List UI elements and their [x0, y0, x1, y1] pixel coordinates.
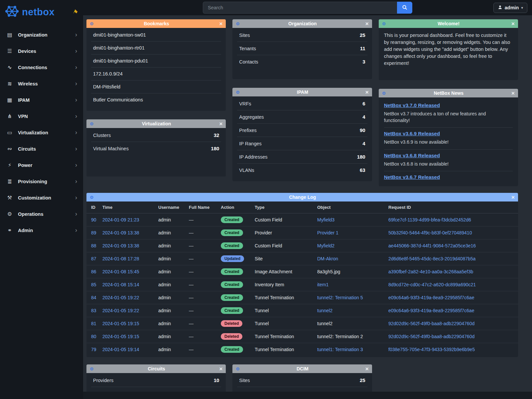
- news-release-link[interactable]: NetBox v3.6.7 Released: [384, 174, 440, 180]
- request-id-link[interactable]: 8d9cd72e-cd0c-47c2-a620-dc899a690c21: [388, 282, 476, 287]
- request-id-link[interactable]: 92d02d9c-562f-49f0-baa8-adb22904760d: [388, 334, 474, 339]
- changelog-id-link[interactable]: 90: [91, 217, 96, 222]
- stat-count-link[interactable]: 32: [214, 132, 219, 138]
- changelog-time-link[interactable]: 2024-01-09 13:38: [102, 243, 139, 248]
- widget-close-icon[interactable]: ×: [511, 90, 515, 96]
- sidebar-item-vpn[interactable]: ⋔VPN›: [0, 108, 83, 124]
- stat-count-link[interactable]: 11: [360, 46, 365, 51]
- search-input[interactable]: [203, 2, 397, 14]
- object-link[interactable]: item1: [317, 282, 329, 287]
- bookmark-item[interactable]: dmi01-binghamton-pdu01: [91, 55, 221, 67]
- sidebar-item-admin[interactable]: ⚭Admin›: [0, 222, 83, 238]
- stat-count-link[interactable]: 63: [360, 167, 365, 173]
- request-id-link[interactable]: f038e755-705e-47f3-9433-5392b9e6b9e5: [388, 347, 475, 352]
- widget-close-icon[interactable]: ×: [365, 366, 369, 372]
- bookmark-item[interactable]: dmi01-binghamton-sw01: [91, 29, 221, 42]
- user-menu-button[interactable]: admin ▾: [493, 3, 527, 13]
- request-id-link[interactable]: ae445066-387d-44f1-9084-572a05ce3e16: [388, 243, 476, 248]
- news-release-link[interactable]: NetBox v3.6.9 Released: [384, 131, 440, 136]
- request-id-link[interactable]: 92d02d9c-562f-49f0-baa8-adb22904760d: [388, 321, 474, 326]
- changelog-time-link[interactable]: 2024-01-05 19:22: [102, 295, 139, 300]
- changelog-id-link[interactable]: 89: [91, 230, 96, 235]
- changelog-id-link[interactable]: 84: [91, 295, 96, 300]
- changelog-time-link[interactable]: 2024-01-05 19:15: [102, 334, 139, 339]
- stat-count-link[interactable]: 25: [360, 32, 365, 38]
- object-link[interactable]: Myfield2: [317, 243, 334, 248]
- object-link[interactable]: Provider 1: [317, 230, 338, 235]
- object-link[interactable]: tunnel2: [317, 308, 332, 313]
- sidebar-item-connections[interactable]: ∿Connections›: [0, 59, 83, 75]
- widget-config-icon[interactable]: ⚙: [236, 22, 240, 26]
- changelog-time-link[interactable]: 2024-01-08 15:45: [102, 269, 139, 274]
- request-id-link[interactable]: 2d6d6e8f-5465-45dc-8ec3-2019d4087b5a: [388, 256, 475, 261]
- stat-count-link[interactable]: 180: [357, 154, 365, 160]
- changelog-id-link[interactable]: 83: [91, 308, 96, 313]
- widget-close-icon[interactable]: ×: [219, 121, 222, 127]
- request-id-link[interactable]: e09c64a6-93f3-419a-8ea9-229585f7c6ae: [388, 295, 474, 300]
- widget-close-icon[interactable]: ×: [365, 89, 369, 95]
- stat-count-link[interactable]: 25: [360, 377, 365, 383]
- stat-count-link[interactable]: 10: [214, 377, 219, 383]
- stat-count-link[interactable]: 180: [211, 146, 219, 151]
- widget-close-icon[interactable]: ×: [219, 21, 222, 27]
- sidebar-item-organization[interactable]: ▤Organization›: [0, 27, 83, 43]
- bookmark-item[interactable]: dmi01-binghamton-rtr01: [91, 42, 221, 55]
- widget-config-icon[interactable]: ⚙: [236, 367, 240, 371]
- object-link[interactable]: tunnel2: Termination 5: [317, 295, 363, 300]
- brand-name[interactable]: netbox: [22, 7, 55, 18]
- news-release-link[interactable]: NetBox v3.6.8 Released: [384, 153, 440, 158]
- widget-close-icon[interactable]: ×: [511, 21, 515, 27]
- changelog-id-link[interactable]: 87: [91, 256, 96, 261]
- widget-config-icon[interactable]: ⚙: [236, 90, 240, 94]
- sidebar-item-operations[interactable]: ⚙Operations›: [0, 206, 83, 222]
- request-id-link[interactable]: e09c64a6-93f3-419a-8ea9-229585f7c6ae: [388, 308, 474, 313]
- widget-close-icon[interactable]: ×: [219, 366, 222, 372]
- object-link[interactable]: tunnel1: Termination 3: [317, 347, 363, 352]
- widget-config-icon[interactable]: ⚙: [90, 195, 94, 200]
- pin-sidebar-icon[interactable]: ⚑: [71, 8, 79, 16]
- widget-config-icon[interactable]: ⚙: [90, 122, 94, 126]
- stat-count-link[interactable]: 6: [362, 101, 365, 106]
- sidebar-item-provisioning[interactable]: ≣Provisioning›: [0, 173, 83, 190]
- request-id-link[interactable]: 69fce7cf-1139-4d99-bfea-f3dcbd2452d6: [388, 217, 471, 222]
- changelog-time-link[interactable]: 2024-01-08 15:14: [102, 282, 139, 287]
- changelog-time-link[interactable]: 2024-01-05 19:14: [102, 347, 139, 352]
- changelog-id-link[interactable]: 80: [91, 334, 96, 339]
- sidebar-item-circuits[interactable]: ∾Circuits›: [0, 141, 83, 157]
- request-id-link[interactable]: 50b32f40-5464-4f9c-b83f-0ef270489410: [388, 230, 472, 235]
- changelog-time-link[interactable]: 2024-01-05 19:15: [102, 321, 139, 326]
- bookmark-item[interactable]: 172.16.0.9/24: [91, 67, 221, 80]
- changelog-id-link[interactable]: 85: [91, 282, 96, 287]
- stat-count-link[interactable]: 4: [362, 141, 365, 146]
- object-link[interactable]: DM-Akron: [317, 256, 338, 261]
- widget-config-icon[interactable]: ⚙: [90, 22, 94, 26]
- stat-count-link[interactable]: 3: [362, 59, 365, 65]
- object-link[interactable]: Myfield3: [317, 217, 334, 222]
- changelog-time-link[interactable]: 2024-01-08 17:28: [102, 256, 139, 261]
- widget-config-icon[interactable]: ⚙: [382, 91, 386, 95]
- widget-config-icon[interactable]: ⚙: [90, 367, 94, 371]
- changelog-time-link[interactable]: 2024-01-09 21:23: [102, 217, 139, 222]
- changelog-id-link[interactable]: 79: [91, 347, 96, 352]
- bookmark-item[interactable]: DM-Pittsfield: [91, 80, 221, 93]
- search-button[interactable]: [397, 2, 412, 14]
- bookmark-item[interactable]: Butler Communications: [91, 93, 221, 106]
- netbox-logo-icon[interactable]: [5, 4, 19, 20]
- sidebar-item-devices[interactable]: ☰Devices›: [0, 43, 83, 59]
- widget-config-icon[interactable]: ⚙: [382, 22, 386, 26]
- changelog-id-link[interactable]: 88: [91, 243, 96, 248]
- stat-count-link[interactable]: 4: [362, 114, 365, 120]
- widget-close-icon[interactable]: ×: [365, 21, 369, 27]
- widget-close-icon[interactable]: ×: [511, 195, 515, 200]
- sidebar-item-customization[interactable]: ⚒Customization›: [0, 190, 83, 206]
- changelog-id-link[interactable]: 81: [91, 321, 96, 326]
- sidebar-item-power[interactable]: ⚡Power›: [0, 157, 83, 173]
- changelog-id-link[interactable]: 86: [91, 269, 96, 274]
- news-release-link[interactable]: NetBox v3.7.0 Released: [384, 102, 440, 108]
- stat-count-link[interactable]: 90: [360, 127, 365, 133]
- request-id-link[interactable]: a390fbef-2a82-4e10-aa0a-3c268aa5ef3b: [388, 269, 473, 274]
- sidebar-item-wireless[interactable]: ≋Wireless›: [0, 75, 83, 92]
- sidebar-item-virtualization[interactable]: ▭Virtualization›: [0, 124, 83, 141]
- sidebar-item-ipam[interactable]: ▦IPAM›: [0, 92, 83, 108]
- changelog-time-link[interactable]: 2024-01-05 19:22: [102, 308, 139, 313]
